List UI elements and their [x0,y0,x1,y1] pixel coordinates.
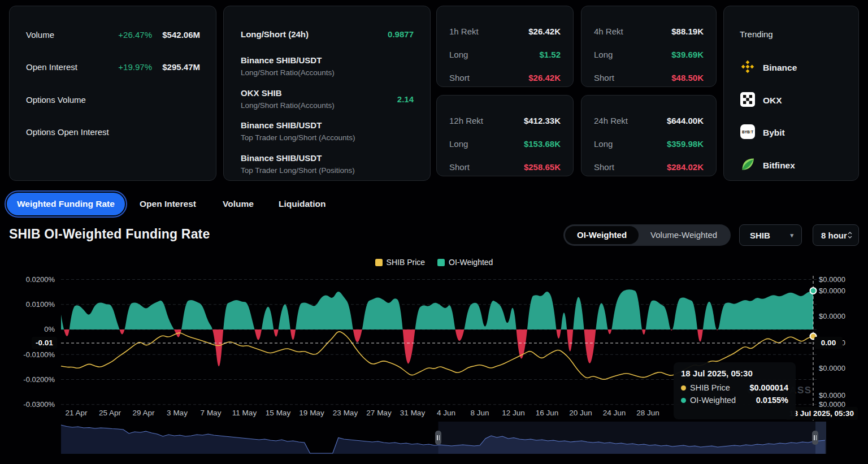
y-axis-tick-right: $0.0000 [819,391,845,400]
rekt-short-value: $284.02K [667,162,704,172]
ratio-subtitle: Long/Short Ratio(Accounts) [241,101,335,110]
x-axis-tick: 20 Jun [569,409,592,417]
ratio-subtitle: Long/Short Ratio(Accounts) [241,68,335,77]
rekt-long-label: Long [594,139,613,149]
bitfinex-logo-icon [740,157,756,175]
rekt-long-value: $39.69K [671,50,704,59]
trending-item-okx[interactable]: OKX [740,92,782,110]
x-axis-tick: 8 Jun [470,409,489,417]
legend-label: OI-Weighted [449,258,493,267]
tooltip-label: SHIB Price [690,383,730,392]
x-axis-tick: 24 Jun [603,409,626,417]
rekt-long-value: $153.68K [524,139,561,149]
okx-logo-icon [740,92,756,110]
navigator-right-handle[interactable] [812,431,818,445]
legend-item-oi-weighted[interactable]: OI-Weighted [437,258,493,267]
stat-value: $542.06M [162,30,200,40]
ratio-subtitle: Top Trader Long/Short (Positions) [241,166,355,175]
tooltip-date: 18 Jul 2025, 05:30 [681,368,788,378]
interval-select[interactable]: 8 hour [813,224,859,246]
dashboard: Volume +26.47% $542.06M Open Interest +1… [0,0,868,464]
ratio-title: Binance SHIB/USDT [241,55,322,65]
rekt-period: 4h Rekt [594,27,623,36]
ratio-value: 2.14 [397,94,414,104]
tooltip-row-oi: OI-Weighted 0.0155% [681,396,788,405]
crosshair-date-label: 18 Jul 2025, 05:30 [785,407,858,420]
ratio-title: Binance SHIB/USDT [241,120,322,130]
rekt-total: $26.42K [528,27,561,36]
svg-text:BYB!T: BYB!T [742,130,753,134]
y-axis-tick-left: -0.0300% [20,400,55,409]
trending-item-bitfinex[interactable]: Bitfinex [740,157,795,175]
tab-volume[interactable]: Volume [223,193,254,215]
trending-card: Trending Binance OKX [723,6,859,181]
ratio-value: 0.9877 [388,29,414,39]
tooltip-value: 0.0155% [756,396,788,405]
chevron-down-icon: ▾ [790,232,793,239]
bybit-logo-icon: BYB!T [740,124,756,142]
y-axis-tick-left: 0.0100% [20,300,55,309]
trending-title: Trending [740,29,773,39]
y-axis-tick-right: $0.0000 [819,287,845,295]
tooltip-row-price: SHIB Price $0.000014 [681,383,788,392]
legend-label: SHIB Price [387,258,425,267]
trending-item-binance[interactable]: Binance [740,59,797,77]
stat-change: +26.47% [118,30,152,40]
stat-label: Options Open Interest [26,127,109,137]
toggle-volume-weighted[interactable]: Volume-Weighted [639,226,729,244]
x-axis-tick: 12 Jun [502,409,525,417]
x-axis-tick: 28 Jun [636,409,659,417]
x-axis-tick: 19 May [299,409,324,417]
page-title: SHIB OI-Weighted Funding Rate [9,227,210,242]
x-axis-tick: 29 Apr [132,409,154,417]
symbol-select-value: SHIB [750,231,770,240]
rekt-short-label: Short [449,73,470,83]
rekt-card-24h: 24h Rekt$644.00K Long$359.98K Short$284.… [581,95,717,176]
x-axis-tick: 23 May [333,409,358,417]
x-axis-tick: 16 Jun [536,409,559,417]
y-axis-tick-left: 0.0200% [20,275,55,284]
legend-swatch-icon [437,259,445,266]
x-axis-tick: 11 May [232,409,257,417]
x-axis-tick: 25 Apr [99,409,121,417]
rekt-card-12h: 12h Rekt$412.33K Long$153.68K Short$258.… [436,95,574,176]
rekt-period: 24h Rekt [594,116,628,125]
y-axis-tick-right: $0.0000 [819,312,845,320]
rekt-long-value: $1.52 [539,50,561,59]
range-navigator[interactable] [0,421,868,455]
stat-row-volume: Volume +26.47% $542.06M [26,29,200,40]
rekt-card-4h: 4h Rekt$88.19K Long$39.69K Short$48.50K [581,6,717,87]
ratio-title: Long/Short (24h) [241,29,309,39]
tab-weighted-funding-rate[interactable]: Weighted Funding Rate [7,193,125,215]
trending-item-label: Bitfinex [763,161,795,171]
legend-item-shib-price[interactable]: SHIB Price [375,258,425,267]
x-axis-tick: 31 May [400,409,425,417]
chart-tooltip: 18 Jul 2025, 05:30 SHIB Price $0.000014 … [674,362,796,419]
trending-item-label: OKX [763,96,782,106]
crosshair-left-label: -0.01 [32,337,57,349]
rekt-short-value: $258.65K [524,162,561,172]
x-axis-tick: 15 May [266,409,290,417]
x-axis-tick: 7 May [201,409,222,417]
x-axis-tick: 3 May [167,409,188,417]
rekt-short-label: Short [594,73,614,83]
rekt-short-label: Short [594,162,614,172]
trending-item-bybit[interactable]: BYB!T Bybit [740,124,785,142]
toggle-oi-weighted[interactable]: OI-Weighted [565,226,639,244]
price-dot-icon [681,385,686,391]
rekt-long-value: $359.98K [667,139,704,149]
stat-label: Open Interest [26,62,77,72]
tab-liquidation[interactable]: Liquidation [279,193,326,215]
symbol-select[interactable]: SHIB ▾ [739,224,802,246]
stat-row-options-volume: Options Volume [26,94,200,105]
tab-open-interest[interactable]: Open Interest [140,193,196,215]
y-axis-tick-right: $0.0000 [819,364,845,372]
x-axis-tick: 21 Apr [65,409,87,417]
x-axis-tick: 27 May [366,409,391,417]
rekt-long-label: Long [449,139,468,149]
y-axis-tick-left: -0.0100% [20,350,55,359]
navigator-left-handle[interactable] [435,431,441,445]
y-axis-tick-right: $0.0000 [819,275,845,284]
stat-change: +19.97% [118,62,152,72]
rekt-period: 12h Rekt [449,116,483,125]
